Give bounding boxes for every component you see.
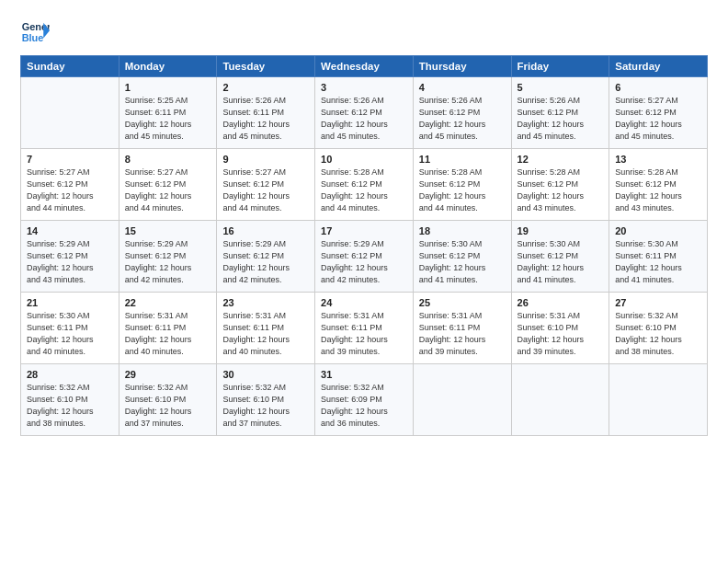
header-saturday: Saturday <box>609 56 708 77</box>
day-info: Sunrise: 5:30 AM Sunset: 6:12 PM Dayligh… <box>419 238 506 286</box>
day-info: Sunrise: 5:28 AM Sunset: 6:12 PM Dayligh… <box>615 167 701 214</box>
calendar-cell <box>609 364 708 436</box>
day-info: Sunrise: 5:32 AM Sunset: 6:10 PM Dayligh… <box>222 382 309 430</box>
day-number: 22 <box>125 297 211 308</box>
day-number: 10 <box>321 154 407 165</box>
calendar-cell: 2Sunrise: 5:26 AM Sunset: 6:11 PM Daylig… <box>217 77 315 149</box>
calendar-cell: 12Sunrise: 5:28 AM Sunset: 6:12 PM Dayli… <box>511 149 609 221</box>
calendar-cell: 22Sunrise: 5:31 AM Sunset: 6:11 PM Dayli… <box>119 293 217 364</box>
day-number: 26 <box>518 297 604 308</box>
day-info: Sunrise: 5:27 AM Sunset: 6:12 PM Dayligh… <box>27 167 113 214</box>
day-number: 24 <box>321 297 407 308</box>
calendar-cell: 21Sunrise: 5:30 AM Sunset: 6:11 PM Dayli… <box>21 293 119 364</box>
calendar-cell: 15Sunrise: 5:29 AM Sunset: 6:12 PM Dayli… <box>119 221 217 293</box>
day-info: Sunrise: 5:31 AM Sunset: 6:10 PM Dayligh… <box>518 310 604 358</box>
calendar-cell: 28Sunrise: 5:32 AM Sunset: 6:10 PM Dayli… <box>21 364 119 436</box>
day-info: Sunrise: 5:26 AM Sunset: 6:11 PM Dayligh… <box>222 95 309 143</box>
day-number: 27 <box>615 297 701 308</box>
calendar-week-5: 28Sunrise: 5:32 AM Sunset: 6:10 PM Dayli… <box>21 364 708 436</box>
day-number: 15 <box>125 225 211 236</box>
day-number: 6 <box>615 82 701 93</box>
day-number: 16 <box>222 225 309 236</box>
day-number: 25 <box>419 297 506 308</box>
calendar-cell: 19Sunrise: 5:30 AM Sunset: 6:12 PM Dayli… <box>511 221 609 293</box>
header-tuesday: Tuesday <box>217 56 315 77</box>
day-number: 28 <box>27 369 113 380</box>
calendar-cell: 9Sunrise: 5:27 AM Sunset: 6:12 PM Daylig… <box>217 149 315 221</box>
day-number: 4 <box>419 82 506 93</box>
calendar-week-1: 1Sunrise: 5:25 AM Sunset: 6:11 PM Daylig… <box>21 77 708 149</box>
day-info: Sunrise: 5:28 AM Sunset: 6:12 PM Dayligh… <box>419 167 506 214</box>
calendar-cell: 4Sunrise: 5:26 AM Sunset: 6:12 PM Daylig… <box>413 77 511 149</box>
calendar-cell: 6Sunrise: 5:27 AM Sunset: 6:12 PM Daylig… <box>609 77 708 149</box>
calendar-cell: 8Sunrise: 5:27 AM Sunset: 6:12 PM Daylig… <box>119 149 217 221</box>
calendar-cell <box>511 364 609 436</box>
day-info: Sunrise: 5:30 AM Sunset: 6:11 PM Dayligh… <box>27 310 113 358</box>
day-info: Sunrise: 5:27 AM Sunset: 6:12 PM Dayligh… <box>222 167 309 214</box>
day-number: 29 <box>125 369 211 380</box>
day-number: 5 <box>518 82 604 93</box>
day-info: Sunrise: 5:28 AM Sunset: 6:12 PM Dayligh… <box>321 167 407 214</box>
day-info: Sunrise: 5:27 AM Sunset: 6:12 PM Dayligh… <box>615 95 701 143</box>
day-number: 13 <box>615 154 701 165</box>
calendar-cell: 31Sunrise: 5:32 AM Sunset: 6:09 PM Dayli… <box>315 364 414 436</box>
day-number: 8 <box>125 154 211 165</box>
calendar-header-row: SundayMondayTuesdayWednesdayThursdayFrid… <box>21 56 708 77</box>
header-wednesday: Wednesday <box>315 56 414 77</box>
day-info: Sunrise: 5:28 AM Sunset: 6:12 PM Dayligh… <box>518 167 604 214</box>
calendar-cell: 14Sunrise: 5:29 AM Sunset: 6:12 PM Dayli… <box>21 221 119 293</box>
logo-icon: General Blue <box>20 17 50 46</box>
calendar-cell: 30Sunrise: 5:32 AM Sunset: 6:10 PM Dayli… <box>217 364 315 436</box>
calendar-cell: 24Sunrise: 5:31 AM Sunset: 6:11 PM Dayli… <box>315 293 414 364</box>
calendar-week-4: 21Sunrise: 5:30 AM Sunset: 6:11 PM Dayli… <box>21 293 708 364</box>
day-number: 12 <box>518 154 604 165</box>
day-number: 19 <box>518 225 604 236</box>
day-number: 2 <box>222 82 309 93</box>
calendar-week-2: 7Sunrise: 5:27 AM Sunset: 6:12 PM Daylig… <box>21 149 708 221</box>
day-info: Sunrise: 5:32 AM Sunset: 6:10 PM Dayligh… <box>615 310 701 358</box>
calendar-cell: 7Sunrise: 5:27 AM Sunset: 6:12 PM Daylig… <box>21 149 119 221</box>
day-info: Sunrise: 5:31 AM Sunset: 6:11 PM Dayligh… <box>321 310 407 358</box>
calendar-week-3: 14Sunrise: 5:29 AM Sunset: 6:12 PM Dayli… <box>21 221 708 293</box>
day-info: Sunrise: 5:25 AM Sunset: 6:11 PM Dayligh… <box>125 95 211 143</box>
page-header: General Blue <box>20 17 708 46</box>
calendar-cell: 29Sunrise: 5:32 AM Sunset: 6:10 PM Dayli… <box>119 364 217 436</box>
day-number: 9 <box>222 154 309 165</box>
calendar-cell: 17Sunrise: 5:29 AM Sunset: 6:12 PM Dayli… <box>315 221 414 293</box>
day-info: Sunrise: 5:26 AM Sunset: 6:12 PM Dayligh… <box>419 95 506 143</box>
calendar-cell: 16Sunrise: 5:29 AM Sunset: 6:12 PM Dayli… <box>217 221 315 293</box>
day-info: Sunrise: 5:30 AM Sunset: 6:11 PM Dayligh… <box>615 238 701 286</box>
day-number: 31 <box>321 369 407 380</box>
day-number: 21 <box>27 297 113 308</box>
calendar-cell: 18Sunrise: 5:30 AM Sunset: 6:12 PM Dayli… <box>413 221 511 293</box>
day-number: 3 <box>321 82 407 93</box>
day-number: 17 <box>321 225 407 236</box>
calendar-cell: 13Sunrise: 5:28 AM Sunset: 6:12 PM Dayli… <box>609 149 708 221</box>
day-info: Sunrise: 5:31 AM Sunset: 6:11 PM Dayligh… <box>419 310 506 358</box>
logo: General Blue <box>20 17 50 46</box>
header-sunday: Sunday <box>21 56 119 77</box>
day-info: Sunrise: 5:26 AM Sunset: 6:12 PM Dayligh… <box>518 95 604 143</box>
day-info: Sunrise: 5:29 AM Sunset: 6:12 PM Dayligh… <box>125 238 211 286</box>
day-number: 1 <box>125 82 211 93</box>
calendar-cell <box>413 364 511 436</box>
day-info: Sunrise: 5:32 AM Sunset: 6:10 PM Dayligh… <box>27 382 113 430</box>
calendar-cell: 10Sunrise: 5:28 AM Sunset: 6:12 PM Dayli… <box>315 149 414 221</box>
day-number: 14 <box>27 225 113 236</box>
calendar-cell: 27Sunrise: 5:32 AM Sunset: 6:10 PM Dayli… <box>609 293 708 364</box>
day-info: Sunrise: 5:26 AM Sunset: 6:12 PM Dayligh… <box>321 95 407 143</box>
calendar-cell: 3Sunrise: 5:26 AM Sunset: 6:12 PM Daylig… <box>315 77 414 149</box>
calendar-cell: 1Sunrise: 5:25 AM Sunset: 6:11 PM Daylig… <box>119 77 217 149</box>
calendar-cell <box>21 77 119 149</box>
day-info: Sunrise: 5:27 AM Sunset: 6:12 PM Dayligh… <box>125 167 211 214</box>
day-info: Sunrise: 5:32 AM Sunset: 6:09 PM Dayligh… <box>321 382 407 430</box>
day-number: 20 <box>615 225 701 236</box>
svg-text:Blue: Blue <box>22 32 44 43</box>
day-number: 11 <box>419 154 506 165</box>
day-info: Sunrise: 5:31 AM Sunset: 6:11 PM Dayligh… <box>222 310 309 358</box>
day-info: Sunrise: 5:29 AM Sunset: 6:12 PM Dayligh… <box>27 238 113 286</box>
calendar-cell: 26Sunrise: 5:31 AM Sunset: 6:10 PM Dayli… <box>511 293 609 364</box>
calendar-cell: 5Sunrise: 5:26 AM Sunset: 6:12 PM Daylig… <box>511 77 609 149</box>
calendar-table: SundayMondayTuesdayWednesdayThursdayFrid… <box>20 55 708 436</box>
day-number: 7 <box>27 154 113 165</box>
